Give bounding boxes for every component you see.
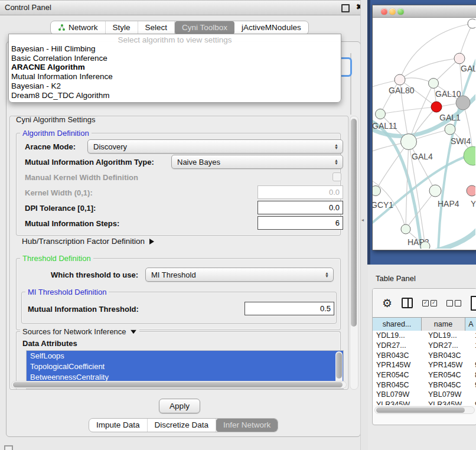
table-row[interactable]: YDL19...YDL19...13 (373, 331, 476, 341)
column-header-shared-name[interactable]: shared... (373, 318, 422, 331)
algorithm-option[interactable]: Dream8 DC_TDC Algorithm (9, 91, 341, 100)
network-node[interactable] (401, 134, 417, 150)
divider-collapse-icon[interactable]: ◂ (361, 217, 364, 223)
mac-close-icon[interactable] (381, 8, 387, 15)
kernel-width-field[interactable]: 0.0 (257, 185, 343, 199)
select-all-checks-icon[interactable]: ✓✓ (422, 300, 437, 306)
network-node[interactable] (431, 102, 442, 112)
network-node[interactable] (429, 185, 441, 197)
network-node[interactable] (376, 109, 386, 119)
tab-cyni-toolbox[interactable]: Cyni Toolbox (175, 21, 234, 34)
column-header-name[interactable]: name (422, 318, 465, 331)
network-window-titlebar[interactable] (373, 5, 476, 18)
network-window[interactable]: GALGAL80GAL10GAL1GAL11SWI4GAL4GCY1HAP4YH… (372, 5, 476, 250)
network-canvas[interactable]: GALGAL80GAL10GAL1GAL11SWI4GAL4GCY1HAP4YH… (373, 17, 475, 249)
table-row[interactable]: YLR345WYLR345W9. (373, 400, 476, 405)
table-row[interactable]: YBL079WYBL079W (373, 390, 476, 400)
settings-hscrollbar[interactable] (11, 381, 347, 389)
algorithm-option[interactable]: Basic Correlation Inference (9, 54, 341, 63)
mi-type-combo[interactable]: Naive Bayes ▲▼ (171, 155, 343, 169)
network-node[interactable] (401, 224, 410, 234)
table-cell[interactable]: YDR27... (373, 341, 425, 351)
tab-infer-network[interactable]: Infer Network (216, 419, 278, 432)
tab-impute-data[interactable]: Impute Data (89, 419, 148, 432)
table-cell[interactable] (471, 390, 476, 400)
tab-select[interactable]: Select (138, 21, 175, 34)
mi-threshold-field[interactable]: 0.5 (244, 302, 334, 315)
aracne-mode-combo[interactable]: Discovery ▲▼ (87, 139, 343, 154)
network-node[interactable] (468, 19, 475, 28)
table-cell[interactable] (471, 350, 476, 360)
network-edge[interactable] (380, 80, 400, 114)
table-row[interactable]: YDR27...YDR27...12 (373, 341, 476, 351)
gear-icon[interactable]: ⚙ (382, 298, 392, 309)
manual-kernel-checkbox[interactable] (332, 172, 341, 181)
document-icon[interactable] (471, 296, 476, 311)
tab-style[interactable]: Style (106, 21, 138, 34)
table-cell[interactable]: YER054C (373, 370, 425, 380)
table-row[interactable]: YER054CYER054C8. (373, 370, 476, 380)
table-hscrollbar[interactable] (374, 406, 475, 414)
table-cell[interactable]: YPR145W (373, 360, 425, 370)
table-cell[interactable]: YBL079W (373, 390, 425, 400)
mi-steps-field[interactable]: 6 (257, 216, 343, 230)
hub-factor-disclosure[interactable]: Hub/Transcription Factor Definition (22, 237, 154, 246)
settings-vscrollbar[interactable] (350, 116, 358, 390)
network-edge[interactable] (435, 229, 475, 249)
column-header-partial[interactable]: A (465, 318, 476, 331)
table-cell[interactable]: 9. (471, 380, 476, 390)
table-cell[interactable]: YDL19... (425, 331, 471, 341)
network-edge[interactable] (406, 142, 409, 229)
float-window-icon[interactable] (341, 4, 350, 12)
table-cell[interactable]: 9. (471, 360, 476, 370)
which-threshold-combo[interactable]: MI Threshold ▲▼ (145, 268, 334, 282)
tab-discretize-data[interactable]: Discretize Data (148, 419, 217, 432)
table-cell[interactable]: YBR045C (373, 380, 425, 390)
network-node[interactable] (467, 185, 475, 196)
table-cell[interactable]: YLR345W (425, 400, 471, 405)
network-node[interactable] (456, 96, 470, 110)
table-cell[interactable]: 12 (471, 341, 476, 351)
deselect-all-checks-icon[interactable] (446, 300, 461, 306)
dpi-tolerance-field[interactable]: 0.0 (257, 201, 343, 214)
table-row[interactable]: YBR045CYBR045C9. (373, 380, 476, 390)
table-cell[interactable]: YBR043C (425, 350, 471, 360)
table-cell[interactable]: 8. (471, 370, 476, 380)
network-node[interactable] (464, 146, 475, 165)
mac-zoom-icon[interactable] (397, 8, 404, 15)
network-edge[interactable] (380, 107, 436, 114)
mac-minimize-icon[interactable] (389, 8, 396, 15)
table-row[interactable]: YPR145WYPR145W9. (373, 360, 476, 370)
algorithm-option[interactable]: Mutual Information Inference (9, 72, 341, 81)
table-cell[interactable]: YBR045C (425, 380, 471, 390)
network-node[interactable] (454, 53, 465, 64)
algorithm-option[interactable]: Bayesian - K2 (9, 81, 341, 91)
network-node[interactable] (373, 186, 381, 196)
network-node[interactable] (429, 79, 439, 89)
collapsed-panel-icon[interactable] (4, 445, 13, 450)
tab-network[interactable]: Network (51, 21, 106, 34)
table-cell[interactable]: 9. (471, 400, 476, 405)
table-cell[interactable]: YBL079W (425, 390, 471, 400)
table-cell[interactable]: YPR145W (425, 360, 471, 370)
column-view-icon[interactable] (402, 298, 413, 308)
table-cell[interactable]: YDR27... (425, 341, 471, 351)
table-cell[interactable]: YER054C (425, 370, 471, 380)
attribute-item[interactable]: SelfLoops (27, 351, 343, 361)
threshold-definition-group: Threshold Definition Which threshold to … (16, 258, 341, 330)
network-node[interactable] (445, 124, 455, 135)
table-row[interactable]: YBR043CYBR043C (373, 350, 476, 360)
table-cell[interactable]: YBR043C (373, 350, 425, 360)
table-cell[interactable]: 13 (471, 331, 476, 341)
network-edge[interactable] (373, 153, 475, 229)
table-cell[interactable]: YLR345W (373, 400, 425, 405)
apply-button[interactable]: Apply (159, 399, 200, 413)
attribute-item[interactable]: TopologicalCoefficient (27, 361, 343, 372)
network-edge[interactable] (406, 191, 435, 229)
tab-jactivemnodules[interactable]: jActiveMNodules (234, 21, 308, 34)
algorithm-option[interactable]: Bayesian - Hill Climbing (9, 44, 341, 54)
table-cell[interactable]: YDL19... (373, 331, 425, 341)
network-node[interactable] (395, 74, 405, 85)
algorithm-option[interactable]: ARACNE Algorithm (9, 63, 341, 72)
network-node[interactable] (420, 242, 430, 249)
